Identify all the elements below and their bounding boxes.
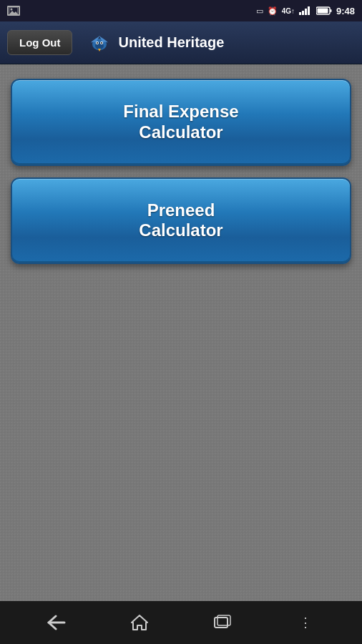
svg-rect-4: [302, 11, 304, 15]
svg-rect-18: [215, 618, 228, 628]
back-arrow-icon: [46, 615, 66, 630]
4g-icon: 4G↑: [282, 7, 295, 15]
alarm-icon: ⏰: [268, 6, 278, 16]
preneed-line1: Preneed: [147, 200, 215, 220]
preneed-calculator-button[interactable]: Preneed Calculator: [11, 177, 351, 265]
svg-marker-1: [9, 11, 18, 14]
more-options-button[interactable]: ⋮: [288, 608, 324, 637]
svg-rect-5: [305, 9, 307, 15]
svg-rect-9: [317, 9, 328, 14]
signal-icon: [299, 6, 312, 15]
back-button[interactable]: [38, 608, 74, 637]
home-icon: [130, 614, 149, 631]
battery-icon: [316, 6, 332, 15]
app-title: United Heritage: [118, 34, 224, 51]
svg-rect-6: [308, 6, 310, 15]
nav-logo-area: United Heritage: [87, 30, 224, 56]
svg-point-2: [11, 9, 13, 11]
svg-point-14: [97, 42, 98, 44]
recent-apps-icon: [213, 615, 232, 630]
image-icon: [7, 6, 20, 16]
status-bar-right: ▭ ⏰ 4G↑ 9:48: [256, 6, 355, 16]
svg-rect-8: [330, 9, 331, 12]
main-content: Final Expense Calculator Preneed Calcula…: [0, 64, 362, 601]
nav-bar: Log Out United Heritage: [0, 21, 362, 64]
preneed-line2: Calculator: [139, 220, 222, 240]
logout-button[interactable]: Log Out: [7, 30, 72, 55]
card-icon: ▭: [256, 6, 263, 16]
status-time: 9:48: [336, 6, 355, 16]
status-bar: ▭ ⏰ 4G↑ 9:48: [0, 0, 362, 21]
final-expense-line1: Final Expense: [123, 102, 238, 121]
home-button[interactable]: [122, 608, 157, 637]
recent-apps-button[interactable]: [205, 608, 240, 637]
svg-point-15: [101, 42, 102, 44]
svg-rect-3: [299, 12, 301, 15]
status-bar-left: [7, 6, 256, 16]
final-expense-line2: Calculator: [139, 122, 222, 142]
bottom-nav: ⋮: [0, 601, 362, 644]
final-expense-calculator-button[interactable]: Final Expense Calculator: [11, 79, 351, 166]
svg-marker-17: [132, 615, 147, 630]
app-logo-icon: [87, 30, 112, 56]
